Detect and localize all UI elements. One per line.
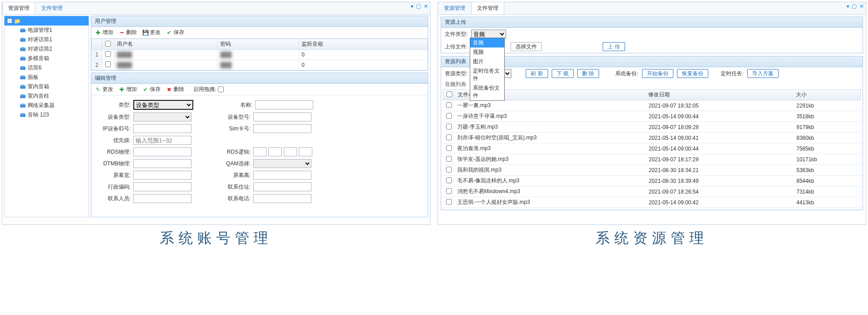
dropdown-option[interactable]: 图片 [470,57,504,66]
file-check[interactable] [446,167,452,173]
dropdown-option[interactable]: 音频 [470,38,504,47]
contact-input[interactable] [133,194,191,203]
edit2-button[interactable]: ✎更改 [95,86,113,93]
tree-item[interactable]: 话筒6 [4,63,89,73]
priority-input[interactable] [133,136,191,145]
file-check[interactable] [446,134,452,140]
list-item[interactable]: 消愁毛不易Mixdown4.mp32021-09-07 18:26:547314… [443,186,861,197]
maximize-icon[interactable]: ▢ [852,3,857,9]
name-input[interactable] [255,100,313,109]
choose-file-button[interactable]: 选择文件 [511,42,542,51]
tab-resource-mgmt[interactable]: 资源管理 [2,2,35,14]
refresh-button[interactable]: 刷 新 [526,69,548,78]
file-check[interactable] [446,177,452,183]
close-icon[interactable]: ✕ [859,3,864,9]
row-check[interactable] [105,61,111,67]
tree-item[interactable]: 室内音柱 [4,91,89,101]
list-item[interactable]: 张学友-遥远的她.mp32021-09-07 18:17:2910171kb [443,154,861,165]
import-button[interactable]: 导入方案 [747,69,779,78]
delete-button[interactable]: 删 除 [577,69,599,78]
save2-button[interactable]: ✔保存 [142,86,161,93]
disk-icon: 💾 [142,30,149,36]
phone-input[interactable] [253,194,311,203]
filetype-select[interactable]: 音频 [471,30,506,39]
check-icon: ✔ [166,30,172,36]
download-button[interactable]: 下 载 [552,69,574,78]
collapse-icon[interactable]: − [7,18,12,23]
dropdown-option[interactable]: 系统备份文件 [470,83,504,100]
table-row[interactable]: 1███████0 [92,50,428,60]
tree-item[interactable]: 面板 [4,73,89,82]
list-item[interactable]: 一瞿一素.mp32021-09-07 18:32:052291kb [443,100,861,111]
list-item[interactable]: 夜泊秦淮.mp32021-05-14 09:00:447585kb [443,143,861,154]
check-all-files[interactable] [447,91,452,97]
qam-select[interactable] [253,159,311,168]
rdslog-input-3[interactable] [284,147,297,156]
file-check[interactable] [446,102,452,108]
type-select[interactable]: 设备类型 [133,100,193,110]
file-check[interactable] [446,199,452,205]
ipid-input[interactable] [133,124,191,133]
admincode-input[interactable] [133,182,191,191]
file-check[interactable] [446,113,452,119]
close-icon[interactable]: ✕ [424,3,428,9]
rdslog-input-1[interactable] [253,147,267,156]
file-check[interactable] [446,156,452,162]
rdslog-input-2[interactable] [268,147,282,156]
upload-panel: 资源上传 文件类型: 音频 音频视频图片定时任务文件系统备份文件 上传文件: 选… [441,17,863,53]
svg-rect-10 [20,76,26,79]
dropdown-option[interactable]: 视频 [470,47,504,57]
devtype-select[interactable] [133,112,191,121]
minimize-icon[interactable]: ▾ [411,3,413,9]
device-icon [20,47,26,52]
delete2-button[interactable]: ✖删除 [166,86,184,93]
addr-input[interactable] [253,182,311,191]
save-button[interactable]: ✔保存 [166,29,184,36]
tree-root[interactable]: − 📁 [4,16,89,26]
edit-button[interactable]: 💾更改 [142,29,161,36]
list-item[interactable]: 我和我的祖国.mp32021-08-30 18:34:215363kb [443,165,861,176]
scrw-input[interactable] [133,171,191,180]
tree-item[interactable]: 电源管理1 [4,26,89,35]
add-button[interactable]: ✚增加 [95,29,113,36]
drag-checkbox[interactable] [218,86,224,92]
dtmb-input[interactable] [133,159,191,168]
svg-rect-0 [20,29,26,32]
file-size: 7585kb [794,144,861,153]
tree-item[interactable]: 网络采集器 [4,101,89,110]
file-check[interactable] [446,188,452,194]
tree-item[interactable]: 多模音箱 [4,54,89,63]
tab-resource-mgmt-r[interactable]: 资源管理 [438,2,471,14]
tab-file-mgmt-r[interactable]: 文件管理 [471,2,504,14]
tree-item[interactable]: 对讲话筒1 [4,35,89,44]
list-item[interactable]: 一身诗意千寻瀑.mp32021-05-14 09:00:443518kb [443,111,861,122]
restore-backup-button[interactable]: 恢复备份 [677,69,708,78]
tree-item[interactable]: 对讲话筒2 [4,44,89,54]
upload-button[interactable]: 上 传 [603,42,625,51]
rdsphy-input[interactable] [133,147,191,156]
tab-file-mgmt[interactable]: 文件管理 [35,2,68,14]
svg-rect-15 [21,94,25,95]
delete-button[interactable]: ━删除 [119,29,137,36]
table-row[interactable]: 2███████0 [92,60,428,70]
list-item[interactable]: 王思琪-一个人挺好女声版.mp32021-05-14 09:00:424413k… [443,197,861,208]
maximize-icon[interactable]: ▢ [416,3,421,9]
file-check[interactable] [446,145,452,151]
devmodel-input[interactable] [253,112,311,121]
row-check[interactable] [105,51,111,57]
check-all[interactable] [105,41,111,47]
file-check[interactable] [446,124,452,129]
list-item[interactable]: 万疆-李玉刚.mp32021-09-07 18:09:289179kb [443,122,861,133]
minimize-icon[interactable]: ▾ [847,3,849,9]
list-item[interactable]: 毛不易-像我这样的人.mp32021-08-30 18:39:498544kb [443,176,861,186]
add2-button[interactable]: ✚增加 [119,86,137,93]
tree-item[interactable]: 室内音箱 [4,82,89,91]
list-item[interactable]: 刘亦泽-错位时空(原唱_艾辰).mp32021-05-14 09:00:4183… [443,133,861,143]
dropdown-option[interactable]: 定时任务文件 [470,66,504,83]
tree-item[interactable]: 音响 123 [4,110,89,120]
rdslog-input-4[interactable] [299,147,312,156]
sim-input[interactable] [253,124,311,133]
scrh-input[interactable] [253,171,311,180]
start-backup-button[interactable]: 开始备份 [642,69,673,78]
filetype-label: 文件类型: [445,30,468,38]
